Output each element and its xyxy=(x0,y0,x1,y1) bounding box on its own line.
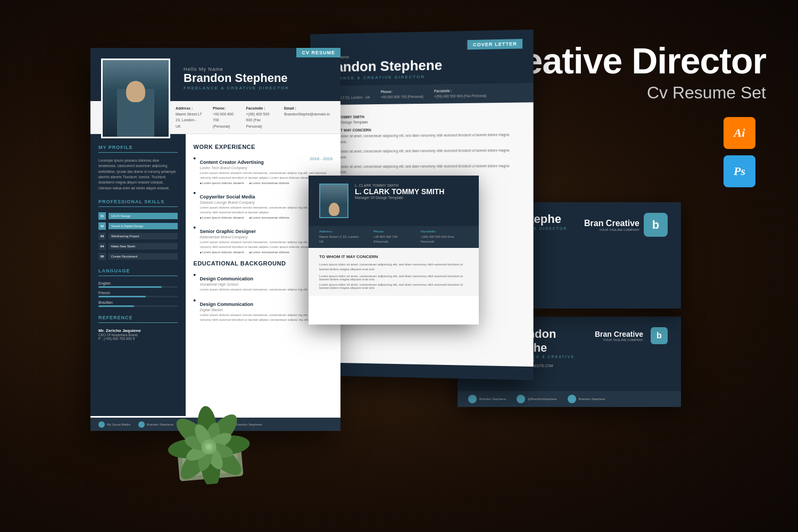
cover-fax-val: +(99) 400 500 600 (Fax Personal) xyxy=(434,94,487,98)
lh-footer-social2: @BrandonStephene xyxy=(528,397,556,401)
cv-photo-person xyxy=(103,60,169,137)
lh-company: Bran Creative xyxy=(595,330,643,338)
profile-title: MY PROFILE xyxy=(98,145,178,153)
work-job-title-2: Copywriter Social Media xyxy=(200,194,255,200)
cv-address-val: Maent Street LT 23, London - UK xyxy=(176,112,202,128)
skill-bar-2: Visual & Digital Design xyxy=(109,223,178,229)
lang-english: English xyxy=(98,281,178,288)
pcc-address-val: Maent Street LT 23, London - UK xyxy=(319,235,361,244)
cover-name: Brandon Stephene xyxy=(321,56,523,75)
biz-logo: b xyxy=(644,213,668,237)
cv-contact-email: Email : BrandonStephe@domain.io xyxy=(284,105,330,129)
work-title: WORK EXPERIENCE xyxy=(194,144,332,150)
skill-bar-4: Make New Sketh xyxy=(109,243,178,250)
ai-icon: Ai xyxy=(724,117,755,149)
skill-label-5: Create Storyboard xyxy=(111,255,137,258)
person-name-card: L. CLARK TOMMY SMITH xyxy=(355,187,468,196)
pcc-phone-val: +00 600 600 700 (Personal) xyxy=(373,235,397,244)
profile-text: Lorempar ipsum yaseaus doloreas atue ama… xyxy=(98,158,178,191)
work-bullet-3a: Lorem ipsum dolores sitsaent xyxy=(200,251,244,254)
cv-phone-label: Phone: xyxy=(213,105,235,111)
cover-phone: Phone: +00 600 600 700 (Personal) xyxy=(381,89,423,101)
skill-num-2: 02 xyxy=(98,222,106,230)
pcc-fax-label: Facsimile : xyxy=(421,229,468,235)
pcc-fax: Facsimile : +(99) 400 500 600 (Fax Perso… xyxy=(421,229,468,245)
skill-num-3: 03 xyxy=(98,232,106,240)
ref-name: Mr. Zericho Jaquiene xyxy=(98,328,178,333)
cv-contact-address: Address : Maent Street LT 23, London - U… xyxy=(176,105,202,129)
skill-bar-5: Create Storyboard xyxy=(109,253,178,260)
cover-fax: Facsimile : +(99) 400 500 600 (Fax Perso… xyxy=(434,88,487,99)
lh-company-sub: YOUR TAGLINE COMPANY xyxy=(595,338,643,342)
cv-address-label: Address : xyxy=(176,105,202,111)
pcc-address-label: Address : xyxy=(319,229,365,235)
edu-title-1: Design Communication xyxy=(200,276,254,281)
person-info-block: L. CLARK TOMMY SMITH L. CLARK TOMMY SMIT… xyxy=(355,184,468,218)
lang-french-bar-bg xyxy=(98,296,178,297)
person-card-body: TO WHOM IT MAY CONCERN Lorem ipsum dolor… xyxy=(309,248,479,296)
cover-body-2: Lorem ipsum dolor sit amet, consecteuer … xyxy=(321,148,523,160)
cv-name: Brandon Stephene xyxy=(184,72,289,85)
cover-concern: TO WHOM IT MAY CONCERN xyxy=(321,127,523,133)
skill-item-4: 04 Make New Sketh xyxy=(98,243,178,250)
edu-title-2: Design Communication xyxy=(200,302,254,307)
lh-right: Bran Creative YOUR TAGLINE COMPANY b xyxy=(595,327,668,344)
person-card-text: Lorem ipsum dolor sit amet, consecteuer … xyxy=(319,262,468,272)
cv-resume-card: CV RESUME Hello My Name Brandon Stephene… xyxy=(90,48,340,431)
lang-brazilian-bar-fill xyxy=(98,305,134,307)
lang-brazilian-bar-bg xyxy=(98,305,178,307)
skill-item-1: 01 UI/UX Design xyxy=(98,212,178,220)
skill-label-2: Visual & Digital Design xyxy=(111,225,144,228)
cv-contact-phone: Phone: +00 600 600 700 (Personal) xyxy=(213,105,235,129)
skill-bar-1: UI/UX Design xyxy=(109,213,178,219)
skill-num-1: 01 xyxy=(98,212,106,220)
software-icons: Ai Ps xyxy=(724,117,755,187)
lh-footer-social3: Brandon Stephene xyxy=(579,397,605,401)
cover-tag: COVER LETTER xyxy=(468,39,522,49)
pcc-phone: Phone: +00 600 600 700 (Personal) xyxy=(373,229,413,245)
lh-footer-dot-2 xyxy=(517,395,525,403)
work-bullet-1b: Lorem isomaserae dolores xyxy=(249,181,289,185)
pcc-address: Address : Maent Street LT 23, London - U… xyxy=(319,229,365,245)
skill-bar-3: Wireframing Project xyxy=(109,233,178,239)
cv-email-val: BrandonStephe@domain.io xyxy=(284,112,330,116)
cv-email-label: Email : xyxy=(284,105,330,111)
lang-title: LANGUAGE xyxy=(98,268,178,276)
work-job-title-3: Senior Graphic Designer xyxy=(200,229,256,234)
skills-list: 01 UI/UX Design 02 Visual & Digital Desi… xyxy=(98,212,178,260)
cover-header: COVER LETTER Hello My Name Brandon Steph… xyxy=(310,29,534,86)
person-mini-photo xyxy=(319,184,348,218)
work-job-title-1: Content Creator Advertising xyxy=(200,160,264,165)
lang-english-name: English xyxy=(98,281,178,285)
footer-dot-1 xyxy=(98,421,105,428)
footer-dot-2 xyxy=(138,421,145,428)
lang-brazilian-name: Brazilian xyxy=(98,301,178,304)
work-job-row-1: Content Creator Advertising 2018 - 2019 xyxy=(200,156,332,166)
skill-item-5: 05 Create Storyboard xyxy=(98,253,178,260)
biz-right: Bran Creative YOUR TAGLINE COMPANY b xyxy=(584,213,668,237)
lh-footer-dot-3 xyxy=(568,395,576,403)
person-card-header: L. CLARK TOMMY SMITH L. CLARK TOMMY SMIT… xyxy=(309,176,479,226)
cover-recipient-title: Manager Of Design Template xyxy=(321,119,523,124)
cv-fax-label: Facsimile : xyxy=(246,105,273,111)
lh-logo-small: b xyxy=(651,327,668,344)
cover-body-3: Lorem ipsum dolor sit amet, consecteuer … xyxy=(321,163,523,175)
person-card: L. CLARK TOMMY SMITH L. CLARK TOMMY SMIT… xyxy=(309,176,479,325)
lang-french: French xyxy=(98,291,178,297)
cv-left-col: MY PROFILE Lorempar ipsum yaseaus dolore… xyxy=(90,134,186,416)
ref-job: CEO Of Nusantara Brand xyxy=(98,333,178,337)
skill-label-3: Wireframing Project xyxy=(111,235,139,238)
pcc-fax-val: +(99) 400 500 600 (Fax Personal) xyxy=(421,235,454,244)
work-bullet-1a: Lorem ipsum dolores sitsaent xyxy=(200,181,244,185)
skill-item-3: 03 Wireframing Project xyxy=(98,232,178,240)
lh-footer-item-2: @BrandonStephene xyxy=(517,395,556,403)
cover-fax-label: Facsimile : xyxy=(434,88,487,94)
cv-phone-val: +00 600 600 700 (Personal) xyxy=(213,112,234,128)
skill-label-4: Make New Sketh xyxy=(111,245,135,248)
skill-num-4: 04 xyxy=(98,243,106,250)
ref-phone: P : (+00) 600 700 800 9 xyxy=(98,337,178,340)
person-card-text-2: Lorem ipsum dolor sit amet, consecteuer … xyxy=(319,275,468,281)
cover-phone-label: Phone: xyxy=(381,89,423,95)
work-bullet-2b: Lorem isomaserae dolores xyxy=(249,216,289,219)
cv-contact-fax: Facsimile : +(99) 400 500 600 (Fax Perso… xyxy=(246,105,273,129)
